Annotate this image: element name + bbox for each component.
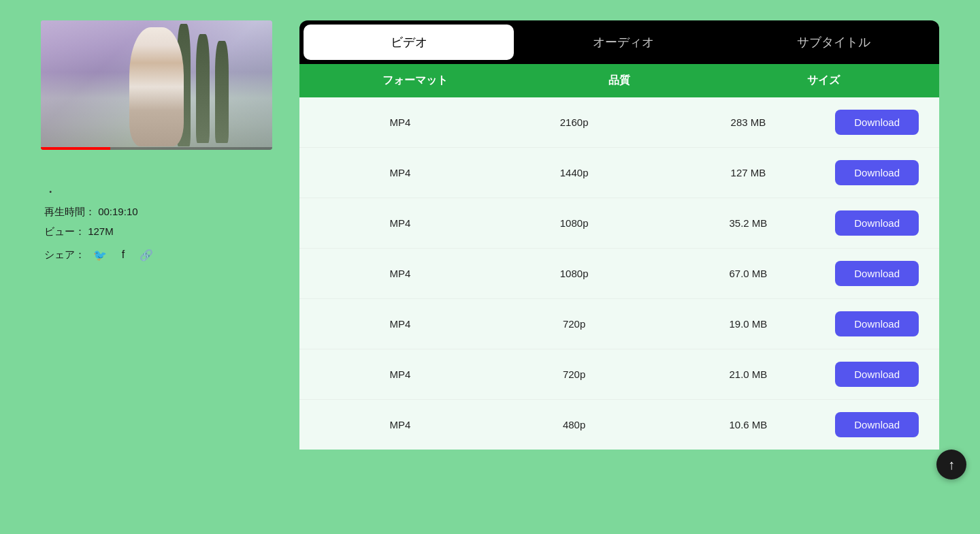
cell-size: 10.6 MB — [662, 419, 836, 430]
header-format: フォーマット — [313, 74, 517, 88]
download-button[interactable]: Download — [835, 160, 919, 185]
link-icon[interactable]: 🔗 — [138, 247, 154, 263]
cell-quality: 720p — [487, 368, 662, 380]
table-row: MP4 1080p 35.2 MB Download — [299, 198, 939, 249]
cell-download: Download — [835, 362, 926, 387]
download-button[interactable]: Download — [835, 311, 919, 336]
cell-size: 67.0 MB — [662, 268, 836, 279]
cell-format: MP4 — [313, 419, 487, 430]
cell-format: MP4 — [313, 268, 487, 279]
download-button[interactable]: Download — [835, 210, 919, 236]
cell-quality: 1080p — [487, 217, 662, 229]
table-header: フォーマット 品質 サイズ — [299, 64, 939, 97]
cell-download: Download — [835, 261, 926, 286]
tab-subtitle[interactable]: サブタイトル — [729, 20, 939, 64]
cell-quality: 2160p — [487, 116, 662, 128]
table-body: MP4 2160p 283 MB Download MP4 1440p 127 … — [299, 97, 939, 450]
table-row: MP4 480p 10.6 MB Download — [299, 400, 939, 450]
download-button[interactable]: Download — [835, 110, 919, 135]
facebook-icon[interactable]: f — [115, 247, 131, 263]
cell-format: MP4 — [313, 217, 487, 229]
meta-dot: ・ — [44, 184, 272, 200]
twitter-icon[interactable]: 🐦 — [92, 247, 108, 263]
cell-format: MP4 — [313, 368, 487, 380]
tab-video[interactable]: ビデオ — [304, 25, 514, 60]
table-row: MP4 2160p 283 MB Download — [299, 97, 939, 148]
views-value: 127M — [88, 225, 114, 237]
cell-size: 19.0 MB — [662, 318, 836, 330]
table-row: MP4 720p 21.0 MB Download — [299, 349, 939, 400]
cell-size: 21.0 MB — [662, 368, 836, 380]
cell-size: 283 MB — [662, 116, 836, 128]
tab-audio[interactable]: オーディオ — [518, 20, 728, 64]
cell-download: Download — [835, 311, 926, 336]
scroll-top-button[interactable]: ↑ — [936, 450, 966, 480]
header-size: サイズ — [721, 74, 926, 88]
download-button[interactable]: Download — [835, 412, 919, 437]
cell-size: 35.2 MB — [662, 217, 836, 229]
cell-download: Download — [835, 412, 926, 437]
meta-section: ・ 再生時間： 00:19:10 ビュー： 127M シェア： 🐦 f 🔗 — [41, 184, 272, 263]
cell-quality: 720p — [487, 318, 662, 330]
video-thumbnail — [41, 20, 272, 150]
cell-size: 127 MB — [662, 167, 836, 178]
views-label: ビュー： — [44, 225, 85, 237]
table-row: MP4 720p 19.0 MB Download — [299, 299, 939, 349]
cell-quality: 480p — [487, 419, 662, 430]
table-row: MP4 1080p 67.0 MB Download — [299, 249, 939, 299]
meta-views: ビュー： 127M — [44, 225, 272, 238]
table-row: MP4 1440p 127 MB Download — [299, 148, 939, 198]
cell-download: Download — [835, 210, 926, 236]
cell-quality: 1080p — [487, 268, 662, 279]
cell-format: MP4 — [313, 116, 487, 128]
cell-quality: 1440p — [487, 167, 662, 178]
cell-download: Download — [835, 110, 926, 135]
share-label: シェア： — [44, 249, 85, 262]
cell-format: MP4 — [313, 318, 487, 330]
cell-format: MP4 — [313, 167, 487, 178]
download-button[interactable]: Download — [835, 362, 919, 387]
cell-download: Download — [835, 160, 926, 185]
meta-share: シェア： 🐦 f 🔗 — [44, 247, 272, 263]
header-quality: 品質 — [517, 74, 721, 88]
duration-label: 再生時間： — [44, 206, 95, 217]
left-panel: ・ 再生時間： 00:19:10 ビュー： 127M シェア： 🐦 f 🔗 — [41, 20, 272, 263]
meta-duration: 再生時間： 00:19:10 — [44, 206, 272, 219]
download-button[interactable]: Download — [835, 261, 919, 286]
right-panel: ビデオ オーディオ サブタイトル フォーマット 品質 サイズ MP4 2160p… — [299, 20, 939, 450]
duration-value: 00:19:10 — [98, 206, 137, 217]
tab-bar: ビデオ オーディオ サブタイトル — [299, 20, 939, 64]
